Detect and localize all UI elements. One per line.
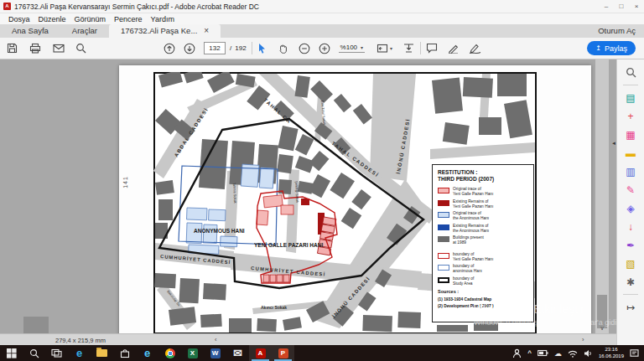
screen: A 176732.Ali Paşa Kervansarayı Sermin Ça… [0, 0, 644, 361]
battery-icon[interactable] [538, 349, 548, 357]
edit-pdf-icon[interactable]: ▦ [622, 126, 639, 142]
system-tray: ^ ☁ 23:16 16.06.2019 [512, 345, 644, 361]
taskbar-edge-icon[interactable]: e [68, 345, 91, 361]
taskbar-powerpoint-icon[interactable]: P [272, 345, 294, 361]
legend-label: boundary ofanonimous Hanı [453, 264, 482, 274]
protect-icon[interactable]: ◈ [622, 200, 639, 216]
taskbar-start-icon[interactable] [0, 345, 23, 361]
previous-page-icon[interactable] [164, 43, 175, 54]
legend-row: Original trace ofYeni Galle Pazarı Hanı [438, 187, 530, 197]
document-viewport[interactable]: 141 [0, 59, 616, 345]
taskbar-clock[interactable]: 23:16 16.06.2019 [599, 347, 624, 359]
next-page-icon[interactable] [184, 43, 195, 54]
taskbar-acrobat-icon[interactable]: A [249, 345, 272, 361]
taskbar-excel-icon[interactable]: X [181, 345, 204, 361]
legend-row: boundary ofStudy Area [438, 276, 530, 286]
email-icon[interactable] [53, 44, 65, 53]
legend-swatch [438, 265, 449, 271]
print-icon[interactable] [29, 43, 41, 54]
share-button[interactable]: ↥ Paylaş [587, 41, 636, 55]
save-icon[interactable] [7, 43, 18, 54]
taskbar-search-icon[interactable] [23, 345, 45, 361]
stamp-icon[interactable]: ▧ [622, 255, 639, 271]
expand-panel-icon[interactable]: ↦ [622, 299, 639, 315]
legend-swatch [438, 212, 449, 218]
search-icon[interactable] [75, 43, 86, 54]
vertical-scrollbar[interactable]: ∨ [595, 59, 609, 333]
sidebar-divider [623, 294, 638, 295]
search-tools-icon[interactable] [622, 64, 639, 80]
select-tool-icon[interactable] [257, 43, 267, 54]
label-akinci: Akıncı Sokak [261, 305, 287, 310]
legend-swatch [438, 188, 449, 193]
fill-sign-icon[interactable]: ✎ [622, 182, 639, 198]
legend-swatch [438, 253, 449, 259]
taskbar-word-icon[interactable]: W [204, 345, 226, 361]
taskbar-chrome-icon[interactable] [158, 345, 181, 361]
certificates-icon[interactable]: ✒ [622, 237, 639, 253]
window-title: 176732.Ali Paşa Kervansarayı Sermin Çakı… [14, 3, 259, 11]
onedrive-cloud-icon[interactable]: ☁ [554, 349, 562, 358]
export-pdf-icon[interactable]: ▤ [622, 90, 639, 106]
share-icon: ↥ [595, 44, 601, 52]
tab-document-label: 176732.Ali Paşa Ke... [121, 26, 197, 35]
volume-icon[interactable] [584, 349, 593, 358]
legend-label: Buildings presentat 1989 [453, 235, 484, 245]
minimize-icon[interactable]: – [599, 3, 614, 10]
legend-title: RESTITUTION : THIRD PERIOD (2007) [438, 169, 530, 183]
tab-close-icon[interactable]: × [204, 26, 209, 35]
scroll-left-icon[interactable]: ‹ [215, 336, 217, 343]
page-number-input[interactable]: 132 [204, 42, 226, 54]
legend-row: boundary ofanonimous Hanı [438, 264, 530, 274]
zoom-level-input[interactable]: %100 ▾ [339, 44, 365, 53]
menu-gorunum[interactable]: Görünüm [75, 15, 106, 23]
windows-taskbar: eeXW✉AP ^ ☁ 23:16 16.06.2019 [0, 345, 644, 361]
taskbar-internet-explorer-icon[interactable]: e [136, 345, 158, 361]
page-divider: / [230, 44, 231, 52]
menu-duzenle[interactable]: Düzenle [39, 15, 66, 23]
fill-sign-icon[interactable] [469, 43, 481, 54]
legend-label: Existing Remains ofthe Anonimous Hanı [453, 224, 489, 234]
menu-dosya[interactable]: Dosya [8, 15, 30, 23]
comment-icon[interactable] [426, 43, 438, 54]
menu-pencere[interactable]: Pencere [114, 15, 143, 23]
sign-in-link[interactable]: Oturum Aç [598, 26, 636, 38]
document-size-label: 279,4 x 215,9 mm [55, 337, 106, 344]
adjacent-page-fragment [23, 317, 49, 333]
compress-pdf-icon[interactable]: ↓ [622, 219, 639, 235]
close-icon[interactable]: × [629, 3, 644, 10]
zoom-in-icon[interactable] [319, 43, 330, 54]
taskbar-store-icon[interactable] [113, 345, 136, 361]
sidebar-collapse-icon[interactable]: ◄ [611, 141, 616, 146]
taskbar-task-view-icon[interactable] [45, 345, 68, 361]
tab-home[interactable]: Ana Sayfa [0, 24, 60, 38]
taskbar-file-explorer-icon[interactable] [91, 345, 113, 361]
tab-tools[interactable]: Araçlar [60, 24, 109, 38]
scroll-down-icon[interactable]: ∨ [595, 323, 609, 333]
zoom-out-icon[interactable] [299, 43, 310, 54]
tab-bar: Ana Sayfa Araçlar 176732.Ali Paşa Ke... … [0, 24, 644, 38]
combine-files-icon[interactable]: ▥ [622, 163, 639, 179]
fit-page-icon[interactable]: ▾ [377, 43, 392, 54]
legend-label: Original trace ofthe Anonimous Hanı [453, 211, 489, 221]
create-pdf-icon[interactable]: + [622, 108, 639, 124]
maximize-icon[interactable]: □ [614, 3, 629, 10]
wifi-icon[interactable] [568, 349, 578, 358]
scrolling-mode-icon[interactable] [402, 43, 415, 54]
more-tools-icon[interactable]: ✱ [622, 274, 639, 290]
legend-source-1: (1) 1933-1934 Cadastral Map [438, 297, 530, 303]
pencil-icon[interactable] [448, 43, 459, 54]
legend-label: Original trace ofYeni Galle Pazarı Hanı [453, 187, 493, 197]
scroll-right-icon[interactable]: › [582, 336, 584, 343]
tab-document[interactable]: 176732.Ali Paşa Ke... × [109, 24, 221, 38]
legend-boundaries: boundary ofYeni Galle Pazarı Hanıboundar… [438, 252, 530, 286]
comment-icon[interactable]: ▬ [622, 145, 639, 161]
hand-tool-icon[interactable] [278, 43, 288, 54]
menu-yardim[interactable]: Yardım [151, 15, 174, 23]
action-center-icon[interactable] [630, 348, 639, 358]
taskbar-mail-icon[interactable]: ✉ [226, 345, 249, 361]
legend-label: Existing Remains ofYeni Galle Pazarı Han… [453, 199, 493, 209]
people-icon[interactable] [512, 348, 522, 358]
sidebar-divider [623, 85, 638, 85]
hidden-icons-chevron[interactable]: ^ [527, 349, 532, 357]
